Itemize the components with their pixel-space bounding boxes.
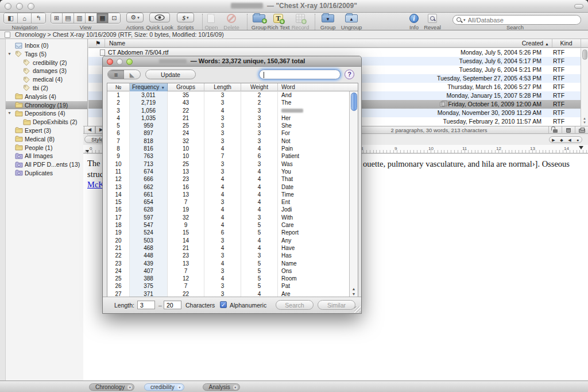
go-up-button[interactable]: ↰	[32, 13, 45, 23]
icon-view-button[interactable]: ⊞	[51, 13, 63, 23]
actions-button[interactable]: ⚙▾	[126, 13, 144, 22]
word-row[interactable]: 253881245Room	[107, 275, 350, 282]
word-row[interactable]: 88161044Pain	[107, 145, 350, 152]
similar-button[interactable]: Similar	[318, 300, 355, 310]
created-column-header[interactable]: Created ▲	[522, 39, 549, 48]
concordance-titlebar[interactable]: — Words: 23,372 unique, 150,367 total	[103, 56, 361, 67]
word-row[interactable]: 175973243With	[107, 214, 350, 221]
quick-look-button[interactable]	[149, 13, 170, 22]
dot-marker-icon[interactable]: ●	[574, 137, 582, 143]
search-button[interactable]: Search	[276, 300, 314, 310]
sidebar-item-all-pdf-d-ents[interactable]: All PDF D...ents (13)	[0, 160, 87, 169]
update-button[interactable]: Update	[145, 70, 196, 79]
word-row[interactable]: 26375735Pat	[107, 282, 350, 290]
sidebar-item-chronology[interactable]: Chronology (19)	[0, 101, 87, 110]
sidebar-item-tags[interactable]: ▼Tags (5)	[0, 50, 87, 59]
sidebar-item-analysis[interactable]: Analysis (4)	[0, 93, 87, 101]
search-field[interactable]: ▾	[452, 15, 581, 25]
min-length-input[interactable]	[137, 301, 155, 309]
scrollbar-thumb[interactable]	[582, 49, 587, 60]
word-row[interactable]: 116741334You	[107, 168, 350, 175]
sidebar-item-depositions[interactable]: ▼Depositions (4)	[0, 109, 87, 118]
sidebar-item-credibility[interactable]: credibility (2)	[0, 59, 87, 67]
word-row[interactable]: 166281944Jodi	[107, 206, 350, 213]
sidebar-item-all-images[interactable]: All Images	[0, 152, 87, 160]
list-mode-icon[interactable]: ≡	[108, 70, 124, 79]
tab-stop-selector[interactable]: ▶ ◆ ◀ ●	[549, 136, 582, 143]
word-row[interactable]: 31,0562243	[107, 107, 350, 114]
word-row[interactable]: 24407735Ons	[107, 267, 350, 275]
search-input[interactable]	[468, 17, 560, 24]
right-margin-icon[interactable]	[579, 146, 583, 152]
reveal-button[interactable]: Reveal	[424, 24, 441, 30]
column-header-length[interactable]: Length	[204, 83, 241, 91]
diamond-marker-icon[interactable]: ◆	[558, 137, 566, 143]
word-row[interactable]: 22,7194332The	[107, 99, 350, 106]
filter-field[interactable]	[259, 70, 341, 79]
word-row[interactable]: 18547945Care	[107, 221, 350, 229]
group-button[interactable]: Group	[320, 24, 335, 30]
sidebar-item-people[interactable]: People (1)	[0, 144, 87, 152]
open-button[interactable]: Open	[204, 24, 218, 30]
word-row[interactable]: 68972433For	[107, 129, 350, 137]
sidebar-item-duplicates[interactable]: Duplicates	[0, 169, 87, 178]
tab-chronology[interactable]: Chronology▾	[89, 383, 134, 391]
scrollbar-arrows[interactable]: ▲▼	[350, 286, 358, 297]
sidebar-item-medical[interactable]: Medical (8)	[0, 135, 87, 144]
concordance-window[interactable]: — Words: 23,372 unique, 150,367 total ≡ …	[102, 56, 362, 314]
view-mode-segment[interactable]: ≡ ◣	[107, 70, 141, 79]
max-length-input[interactable]	[164, 301, 181, 309]
scrollbar-arrows[interactable]: ▲▼	[581, 117, 588, 125]
help-button[interactable]: ?	[345, 70, 354, 79]
word-row[interactable]: 136621644Date	[107, 183, 350, 191]
word-row[interactable]: 205031434Any	[107, 237, 350, 244]
scripts-button[interactable]: $▾	[177, 13, 194, 22]
sidebar-toggle-button[interactable]: ◧	[4, 13, 18, 23]
previous-document-button[interactable]: ◀	[84, 126, 95, 134]
delete-button[interactable]: Delete	[223, 24, 239, 30]
column-header-groups[interactable]: Groups	[168, 83, 204, 91]
list-view-button[interactable]: ▤	[63, 13, 74, 23]
trash-button[interactable]	[562, 126, 575, 134]
column-header-[interactable]: №	[107, 83, 130, 91]
word-row[interactable]: 107132533Was	[107, 160, 350, 168]
column-header-weight[interactable]: Weight	[241, 83, 278, 91]
column-header-word[interactable]: Word	[278, 83, 350, 91]
sidebar-item-inbox[interactable]: Inbox (0)	[0, 41, 87, 50]
three-pane-view-button[interactable]: ▦	[97, 13, 109, 23]
word-row[interactable]: 15654734Ent	[107, 198, 350, 206]
toolbar-toggle-button[interactable]	[574, 4, 583, 9]
disclosure-triangle-icon[interactable]: ▼	[7, 50, 13, 59]
sidebar-item-expert[interactable]: Expert (3)	[0, 126, 87, 135]
new-group-button[interactable]: Group	[252, 24, 266, 30]
tab-analysis[interactable]: Analysis▾	[203, 383, 240, 391]
home-button[interactable]: ⌂	[18, 13, 32, 23]
word-row[interactable]: 214682144Have	[107, 244, 350, 252]
word-row[interactable]: 234391345Name	[107, 260, 350, 267]
resize-grip[interactable]	[354, 306, 361, 313]
name-column-header[interactable]: Name	[109, 39, 125, 48]
word-row[interactable]: 13,0113532And	[107, 91, 350, 99]
reverse-marker-icon[interactable]: ◀	[566, 137, 574, 143]
word-row[interactable]: 59592533She	[107, 122, 350, 129]
window-titlebar[interactable]: — "Chest X-ray 10/16/2009"	[0, 0, 588, 13]
alphanumeric-checkbox[interactable]: ✓	[220, 301, 227, 308]
table-scrollbar[interactable]: ▲▼	[349, 91, 358, 297]
sidebar-item-damages[interactable]: damages (3)	[0, 67, 87, 75]
play-marker-icon[interactable]: ▶	[550, 137, 558, 143]
column-view-button[interactable]: ▥	[74, 13, 86, 23]
chart-mode-icon[interactable]: ◣	[124, 70, 140, 79]
print-button[interactable]	[575, 126, 588, 134]
word-row[interactable]: 195241565Report	[107, 229, 350, 236]
disclosure-triangle-icon[interactable]: ▼	[7, 109, 13, 118]
column-header-frequency[interactable]: Frequency▼	[130, 83, 168, 91]
info-button[interactable]: Info	[409, 24, 419, 30]
record-button[interactable]: Record	[292, 24, 310, 30]
split-view-button[interactable]: ◧	[86, 13, 97, 23]
lock-button[interactable]	[548, 126, 562, 134]
word-row[interactable]: 97631076Patient	[107, 152, 350, 160]
widescreen-view-button[interactable]: ⊡	[109, 13, 120, 23]
word-row[interactable]: 224482333Has	[107, 252, 350, 259]
tab-credibility[interactable]: credibility▾	[144, 383, 184, 391]
sidebar-item-tbi[interactable]: tbi (2)	[0, 84, 87, 93]
